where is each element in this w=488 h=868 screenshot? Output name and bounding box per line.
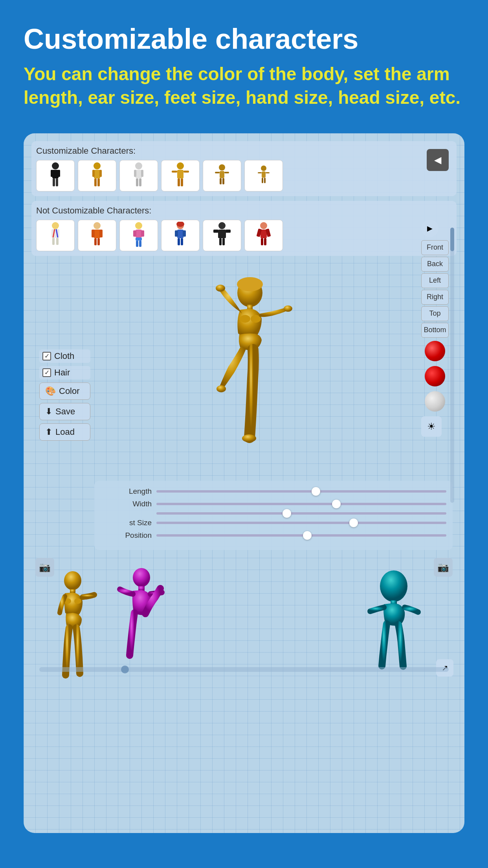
- color-button[interactable]: 🎨 Color: [39, 383, 90, 400]
- color-ball-red-2[interactable]: [425, 366, 445, 386]
- camera-right-button[interactable]: 📷: [434, 558, 453, 577]
- svg-point-87: [133, 568, 150, 587]
- length-thumb[interactable]: [312, 487, 320, 496]
- extra-slider-row: [101, 512, 446, 515]
- position-label: Position: [101, 531, 152, 540]
- svg-rect-53: [136, 241, 138, 247]
- view-bottom-button[interactable]: Bottom: [421, 323, 449, 338]
- vertical-scrollbar[interactable]: [450, 228, 454, 503]
- extra-thumb[interactable]: [283, 509, 291, 518]
- svg-rect-19: [177, 170, 183, 178]
- svg-rect-46: [94, 238, 97, 245]
- page-header: Customizable characters You can change t…: [0, 0, 488, 118]
- color-ball-red-1[interactable]: [425, 341, 445, 361]
- size-thumb[interactable]: [349, 519, 358, 527]
- svg-rect-9: [99, 170, 102, 177]
- svg-rect-65: [226, 230, 231, 233]
- svg-rect-63: [218, 230, 226, 238]
- svg-rect-23: [181, 178, 183, 186]
- color-icon: 🎨: [45, 386, 56, 396]
- svg-rect-54: [139, 241, 141, 247]
- content-area: ◀ Customizable Characters:: [31, 141, 457, 680]
- play-button[interactable]: ▶: [421, 220, 438, 237]
- brightness-button[interactable]: ☀: [421, 416, 442, 437]
- char-thumb-2[interactable]: [78, 160, 116, 191]
- load-button[interactable]: ⬆ Load: [39, 423, 90, 441]
- teal-figure: [362, 570, 425, 680]
- view-back-button[interactable]: Back: [421, 257, 449, 272]
- svg-rect-13: [136, 170, 142, 178]
- svg-point-83: [64, 571, 81, 590]
- svg-point-81: [216, 385, 226, 392]
- width-thumb[interactable]: [332, 500, 341, 508]
- cloth-check-box[interactable]: ✓: [42, 352, 51, 360]
- char-thumb-3[interactable]: [119, 160, 158, 191]
- save-button[interactable]: ⬇ Save: [39, 403, 90, 420]
- char-thumb-4[interactable]: [161, 160, 200, 191]
- svg-rect-51: [133, 230, 136, 237]
- nc-char-4[interactable]: [161, 220, 200, 251]
- not-customizable-panel: Not Customizable Characters:: [31, 201, 457, 256]
- width-slider-row: Width: [101, 500, 446, 508]
- size-label: st Size: [101, 519, 152, 527]
- char-thumb-5[interactable]: [203, 160, 241, 191]
- view-right-button[interactable]: Right: [421, 290, 449, 305]
- side-controls: ▶ Front Back Left Right Top Bottom ☀: [421, 220, 449, 437]
- width-label: Width: [101, 500, 152, 508]
- svg-rect-45: [99, 230, 103, 237]
- svg-rect-35: [264, 178, 266, 183]
- svg-point-80: [284, 305, 292, 312]
- nc-char-6[interactable]: [244, 220, 283, 251]
- char-thumb-1[interactable]: [36, 160, 75, 191]
- cloth-checkbox[interactable]: ✓ Cloth: [39, 349, 90, 363]
- svg-rect-33: [266, 172, 270, 173]
- app-container: ◀ Customizable Characters:: [24, 133, 464, 833]
- width-slider[interactable]: [156, 503, 446, 505]
- load-icon: ⬆: [45, 427, 52, 437]
- svg-rect-28: [220, 178, 222, 184]
- color-ball-white[interactable]: [425, 391, 445, 412]
- svg-rect-32: [258, 172, 262, 173]
- nc-char-5[interactable]: [203, 220, 241, 251]
- svg-point-48: [135, 222, 142, 229]
- camera-left-button[interactable]: 📷: [35, 558, 54, 577]
- size-slider[interactable]: [156, 522, 446, 524]
- hair-label: Hair: [54, 368, 70, 378]
- svg-rect-15: [141, 170, 143, 177]
- sliders-panel: Length Width st Size: [94, 481, 453, 550]
- svg-point-36: [52, 222, 59, 229]
- view-front-button[interactable]: Front: [421, 240, 449, 255]
- hair-check-box[interactable]: ✓: [42, 368, 51, 377]
- position-slider-row: Position: [101, 531, 446, 540]
- svg-rect-8: [92, 170, 95, 177]
- customizable-label: Customizable Characters:: [36, 146, 452, 156]
- nc-char-3[interactable]: [119, 220, 158, 251]
- svg-rect-21: [183, 171, 189, 173]
- svg-rect-29: [222, 178, 224, 184]
- svg-rect-66: [219, 238, 222, 245]
- svg-rect-7: [94, 170, 100, 178]
- svg-rect-52: [141, 230, 144, 237]
- svg-point-89: [380, 570, 407, 602]
- svg-rect-47: [97, 238, 100, 245]
- char-thumb-6[interactable]: [244, 160, 283, 191]
- view-left-button[interactable]: Left: [421, 273, 449, 288]
- position-thumb[interactable]: [303, 531, 312, 540]
- back-button[interactable]: ◀: [427, 149, 449, 171]
- svg-rect-58: [175, 230, 178, 237]
- extra-slider[interactable]: [156, 512, 446, 515]
- svg-rect-34: [262, 178, 263, 183]
- svg-rect-20: [172, 171, 177, 173]
- svg-rect-26: [215, 172, 220, 173]
- nc-char-1[interactable]: [36, 220, 75, 251]
- length-slider[interactable]: [156, 490, 446, 493]
- svg-point-77: [240, 315, 250, 323]
- position-slider[interactable]: [156, 534, 446, 537]
- view-top-button[interactable]: Top: [421, 306, 449, 321]
- hair-checkbox[interactable]: ✓ Hair: [39, 366, 90, 379]
- svg-rect-11: [97, 178, 100, 186]
- svg-point-0: [52, 162, 59, 169]
- scroll-thumb[interactable]: [450, 228, 454, 251]
- horizontal-slider[interactable]: [39, 667, 449, 672]
- nc-char-2[interactable]: [78, 220, 116, 251]
